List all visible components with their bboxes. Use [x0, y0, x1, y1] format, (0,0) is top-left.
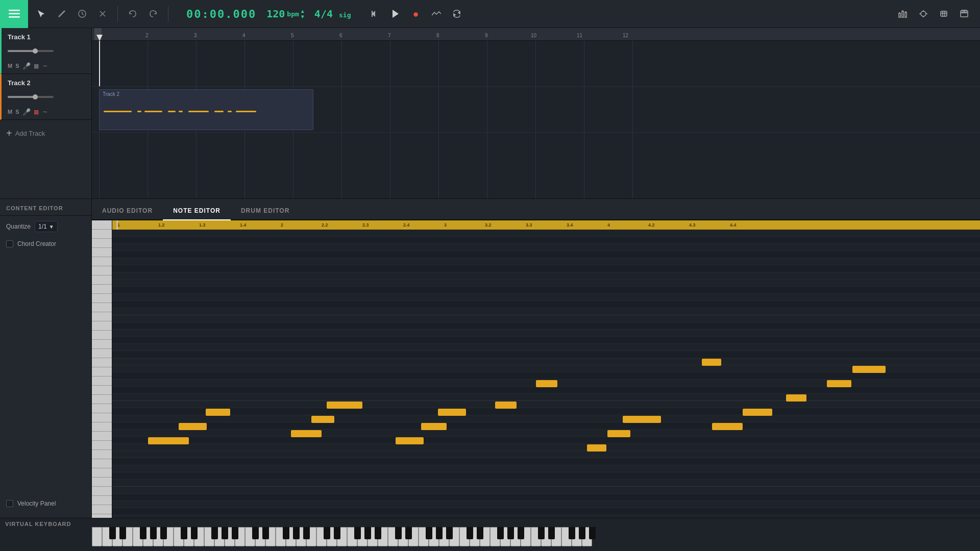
virtual-key-white[interactable] [582, 527, 592, 546]
piano-key-white[interactable] [92, 230, 112, 239]
virtual-key-white[interactable] [122, 527, 133, 546]
virtual-key-white[interactable] [449, 527, 459, 546]
play-button[interactable] [387, 5, 404, 22]
piano-key-white[interactable] [92, 220, 112, 230]
virtual-key-white[interactable] [490, 527, 500, 546]
note-block[interactable] [786, 394, 806, 402]
virtual-key-white[interactable] [143, 527, 153, 546]
piano-key-white[interactable] [92, 321, 112, 331]
virtual-key-white[interactable] [255, 527, 265, 546]
piano-key-white[interactable] [92, 349, 112, 358]
loop-button[interactable] [448, 5, 465, 22]
note-block[interactable] [607, 430, 630, 437]
track-2-clip[interactable]: Track 2 [99, 89, 313, 130]
virtual-key-white[interactable] [408, 527, 419, 546]
virtual-key-white[interactable] [357, 527, 368, 546]
track-2-lane[interactable]: Track 2 [92, 87, 980, 133]
tab-audio-editor[interactable]: AUDIO EDITOR [92, 202, 163, 220]
note-block[interactable] [438, 409, 466, 416]
virtual-key-white[interactable] [541, 527, 551, 546]
piano-key-white[interactable] [92, 422, 112, 432]
piano-key-white[interactable] [92, 441, 112, 450]
note-block[interactable] [852, 366, 886, 373]
virtual-key-white[interactable] [225, 527, 235, 546]
virtual-key-white[interactable] [316, 527, 327, 546]
virtual-key-white[interactable] [398, 527, 408, 546]
tab-drum-editor[interactable]: DRUM EDITOR [231, 202, 300, 220]
cut-tool[interactable] [94, 6, 111, 22]
track-2-volume[interactable] [8, 96, 54, 98]
virtual-key-white[interactable] [429, 527, 439, 546]
piano-key-white[interactable] [92, 450, 112, 459]
quantize-select[interactable]: 1/1 ▼ [35, 221, 58, 232]
mixer-button[interactable] [895, 6, 911, 22]
virtual-key-white[interactable] [163, 527, 174, 546]
settings-button[interactable] [956, 6, 972, 22]
note-block[interactable] [702, 359, 721, 366]
note-grid[interactable]: C5C4C3C2 [112, 230, 980, 518]
piano-key-white[interactable] [92, 395, 112, 404]
note-block[interactable] [311, 416, 334, 423]
virtual-key-white[interactable] [296, 527, 306, 546]
virtual-key-white[interactable] [347, 527, 357, 546]
virtual-key-white[interactable] [204, 527, 214, 546]
note-block[interactable] [148, 437, 189, 444]
piano-key-white[interactable] [92, 257, 112, 266]
track-1-mute[interactable]: M [8, 63, 12, 69]
virtual-key-white[interactable] [572, 527, 582, 546]
time-signature[interactable]: 4/4 sig [314, 8, 351, 20]
virtual-key-white[interactable] [184, 527, 194, 546]
bpm-stepper[interactable]: ▲ ▼ [301, 8, 304, 19]
piano-key-white[interactable] [92, 358, 112, 367]
virtual-key-white[interactable] [521, 527, 531, 546]
virtual-key-white[interactable] [133, 527, 143, 546]
virtual-key-white[interactable] [92, 527, 102, 546]
piano-key-white[interactable] [92, 459, 112, 468]
piano-key-white[interactable] [92, 478, 112, 487]
tab-note-editor[interactable]: NOTE EDITOR [163, 202, 231, 220]
note-block[interactable] [327, 402, 362, 409]
piano-key-white[interactable] [92, 276, 112, 285]
track-2-solo[interactable]: S [15, 109, 19, 115]
track-2-wave[interactable]: ～ [42, 107, 48, 116]
track-1-wave[interactable]: ～ [42, 61, 48, 70]
virtual-key-white[interactable] [551, 527, 561, 546]
piano-key-white[interactable] [92, 496, 112, 505]
track-1-fx[interactable]: ▦ [34, 63, 39, 69]
virtual-key-white[interactable] [194, 527, 204, 546]
virtual-key-white[interactable] [388, 527, 398, 546]
virtual-key-white[interactable] [286, 527, 296, 546]
virtual-key-white[interactable] [102, 527, 112, 546]
virtual-keyboard-keys[interactable] [0, 527, 980, 547]
note-block[interactable] [623, 416, 661, 423]
piano-key-white[interactable] [92, 266, 112, 276]
piano-key-white[interactable] [92, 367, 112, 377]
note-block[interactable] [587, 444, 606, 452]
virtual-key-white[interactable] [439, 527, 449, 546]
virtual-key-white[interactable] [531, 527, 541, 546]
track-1-lane[interactable] [92, 41, 980, 87]
virtual-key-white[interactable] [112, 527, 122, 546]
note-block[interactable] [421, 423, 447, 430]
virtual-key-white[interactable] [214, 527, 225, 546]
note-block[interactable] [291, 430, 322, 437]
virtual-key-white[interactable] [368, 527, 378, 546]
track-2-fx[interactable]: ▦ [34, 109, 39, 115]
track-1-solo[interactable]: S [15, 63, 19, 69]
piano-key-white[interactable] [92, 505, 112, 514]
note-block[interactable] [179, 423, 207, 430]
piano-key-white[interactable] [92, 312, 112, 321]
piano-key-white[interactable] [92, 377, 112, 386]
virtual-key-white[interactable] [561, 527, 572, 546]
undo-button[interactable] [125, 6, 141, 22]
piano-key-white[interactable] [92, 386, 112, 395]
virtual-key-white[interactable] [174, 527, 184, 546]
virtual-key-white[interactable] [265, 527, 276, 546]
virtual-key-white[interactable] [327, 527, 337, 546]
piano-key-white[interactable] [92, 239, 112, 248]
note-block[interactable] [206, 409, 230, 416]
pencil-tool[interactable] [54, 6, 70, 22]
note-block[interactable] [712, 423, 743, 430]
piano-key-white[interactable] [92, 413, 112, 422]
track-2-mute[interactable]: M [8, 109, 12, 115]
